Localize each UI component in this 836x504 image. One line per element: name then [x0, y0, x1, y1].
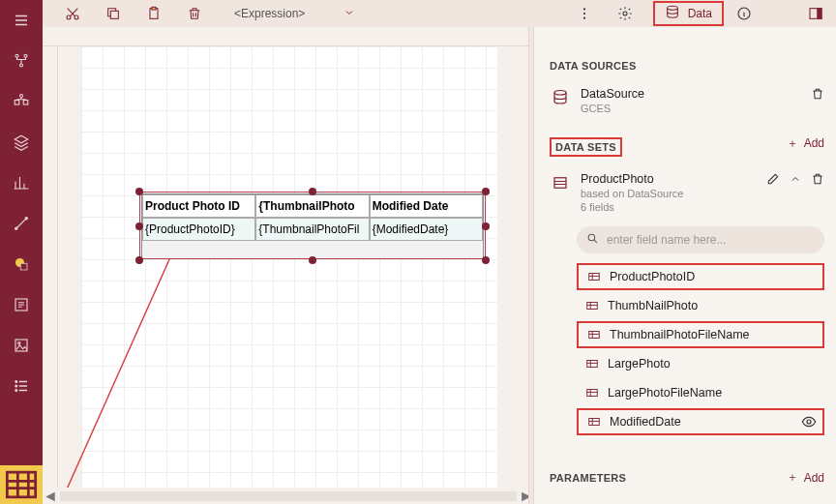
- svg-point-22: [583, 8, 585, 10]
- visibility-toggle[interactable]: [801, 419, 817, 432]
- toggle-panel-button[interactable]: [803, 1, 828, 26]
- field-item-modifieddate[interactable]: ModifiedDate: [577, 408, 824, 435]
- copy-button[interactable]: [101, 1, 126, 26]
- data-source-item[interactable]: DataSource GCES: [550, 81, 824, 120]
- search-icon: [586, 232, 599, 248]
- data-set-item[interactable]: ProductPhoto based on DataSource 6 field…: [550, 166, 824, 219]
- data-set-sub: based on DataSource: [581, 188, 683, 199]
- database-icon: [550, 87, 571, 108]
- field-item-productphotoid[interactable]: ProductPhotoID: [577, 263, 824, 290]
- svg-rect-16: [7, 472, 35, 497]
- delete-data-source-button[interactable]: [811, 87, 824, 104]
- canvas-page[interactable]: Product Photo ID {ThumbnailPhoto Modifie…: [81, 46, 497, 488]
- edit-data-set-button[interactable]: [766, 172, 780, 189]
- svg-point-2: [20, 64, 23, 67]
- resize-handle[interactable]: [309, 188, 316, 195]
- resize-handle[interactable]: [482, 188, 490, 195]
- add-data-set-button[interactable]: ＋ Add: [787, 135, 824, 152]
- table-cell[interactable]: {ProductPhotoID}: [142, 218, 255, 241]
- field-filter[interactable]: [577, 226, 824, 253]
- collapse-data-set-button[interactable]: [790, 173, 801, 188]
- sidebar-chart-button[interactable]: [0, 163, 43, 203]
- chevron-down-icon: [343, 7, 355, 21]
- table-header-cell[interactable]: Product Photo ID: [142, 194, 255, 218]
- resize-handle[interactable]: [135, 188, 143, 195]
- svg-point-5: [20, 95, 23, 98]
- data-tab-label: Data: [688, 7, 712, 20]
- data-panel: DATA SOURCES DataSource GCES DATA SETS ＋…: [534, 27, 836, 504]
- cut-button[interactable]: [60, 1, 85, 26]
- field-label: ThumbnailPhotoFileName: [610, 328, 750, 341]
- add-parameter-button[interactable]: ＋ Add: [787, 469, 824, 486]
- paste-button[interactable]: [141, 1, 166, 26]
- ruler-vertical: [43, 46, 58, 488]
- resize-handle[interactable]: [482, 222, 490, 230]
- scrollbar-track[interactable]: [60, 491, 517, 501]
- svg-rect-19: [110, 11, 118, 18]
- table-header-cell[interactable]: {ThumbnailPhoto: [255, 194, 369, 218]
- sidebar-table-button[interactable]: [0, 465, 43, 504]
- delete-button[interactable]: [182, 1, 207, 26]
- field-label: ThumbNailPhoto: [608, 299, 698, 312]
- table-header-cell[interactable]: Modified Date: [370, 194, 483, 218]
- field-label: ProductPhotoID: [610, 270, 695, 283]
- resize-handle[interactable]: [135, 256, 143, 264]
- field-filter-input[interactable]: [607, 233, 815, 247]
- sidebar-list-button[interactable]: [0, 366, 43, 406]
- canvas-horizontal-scrollbar[interactable]: ◄ ►: [43, 489, 534, 504]
- settings-button[interactable]: [612, 1, 638, 26]
- section-title-data-sources: DATA SOURCES: [550, 60, 824, 72]
- field-icon: [584, 298, 600, 313]
- sidebar-richtext-button[interactable]: [0, 284, 43, 325]
- svg-rect-11: [15, 340, 27, 351]
- sidebar-shape-button[interactable]: [0, 244, 43, 284]
- table-cell[interactable]: {ThumbnailPhotoFil: [255, 218, 369, 241]
- field-icon: [586, 327, 602, 342]
- ruler-horizontal: [43, 27, 534, 46]
- sidebar-image-button[interactable]: [0, 325, 43, 366]
- hamburger-menu-button[interactable]: [0, 0, 43, 41]
- svg-point-15: [15, 390, 17, 392]
- sidebar-line-button[interactable]: [0, 203, 43, 244]
- field-item-largephotofilename[interactable]: LargePhotoFileName: [577, 379, 824, 406]
- resize-handle[interactable]: [482, 256, 490, 264]
- field-list: ProductPhotoID ThumbNailPhoto ThumbnailP…: [577, 263, 824, 454]
- field-item-thumbnailphotofilename[interactable]: ThumbnailPhotoFileName: [577, 321, 824, 348]
- resize-handle[interactable]: [135, 222, 143, 230]
- data-tab[interactable]: Data: [653, 1, 724, 26]
- resize-handle[interactable]: [309, 256, 316, 264]
- svg-point-18: [75, 15, 78, 19]
- sidebar-layers-button[interactable]: [0, 122, 43, 163]
- svg-point-12: [18, 342, 20, 344]
- svg-rect-3: [15, 101, 19, 105]
- table-cell[interactable]: {ModifiedDate}: [370, 218, 483, 241]
- plus-icon: ＋: [787, 469, 798, 486]
- svg-rect-38: [587, 390, 598, 397]
- delete-data-set-button[interactable]: [811, 172, 824, 189]
- field-icon: [586, 269, 602, 284]
- sidebar-explorer-button[interactable]: [0, 41, 43, 81]
- svg-point-31: [554, 91, 566, 96]
- svg-rect-36: [589, 332, 600, 339]
- table-header-row[interactable]: Product Photo ID {ThumbnailPhoto Modifie…: [142, 194, 483, 218]
- svg-point-40: [807, 420, 811, 424]
- design-canvas[interactable]: Product Photo ID {ThumbnailPhoto Modifie…: [58, 46, 522, 488]
- add-label: Add: [804, 136, 824, 150]
- scroll-left-button[interactable]: ◄: [43, 489, 58, 504]
- svg-point-1: [24, 54, 27, 57]
- svg-rect-21: [152, 7, 156, 10]
- svg-point-0: [15, 54, 18, 57]
- more-button[interactable]: [572, 1, 597, 26]
- sidebar-groups-button[interactable]: [0, 81, 43, 122]
- expression-dropdown[interactable]: <Expression>: [234, 7, 355, 21]
- add-label: Add: [804, 471, 824, 485]
- field-item-largephoto[interactable]: LargePhoto: [577, 350, 824, 377]
- svg-rect-34: [589, 274, 600, 281]
- svg-rect-35: [587, 303, 598, 310]
- table-detail-row[interactable]: {ProductPhotoID} {ThumbnailPhotoFil {Mod…: [142, 218, 483, 241]
- plus-icon: ＋: [787, 135, 798, 152]
- svg-rect-4: [23, 101, 28, 105]
- field-item-thumbnailphoto[interactable]: ThumbNailPhoto: [577, 292, 824, 319]
- report-table[interactable]: Product Photo ID {ThumbnailPhoto Modifie…: [141, 193, 484, 259]
- info-button[interactable]: [732, 1, 757, 26]
